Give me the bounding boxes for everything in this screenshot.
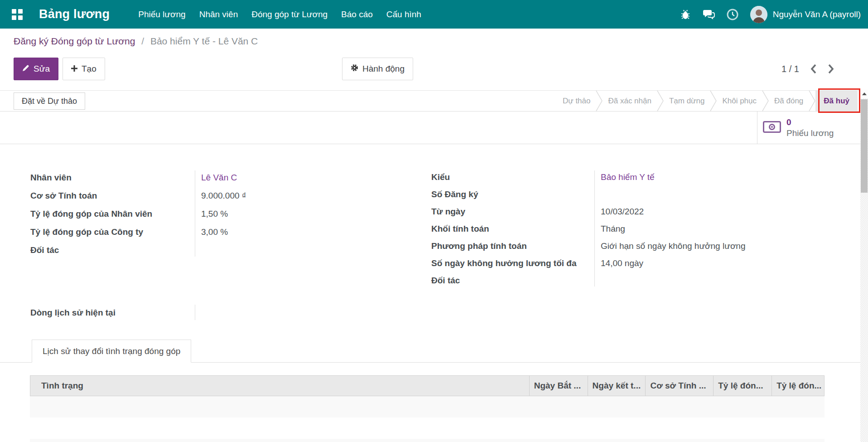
banknote-icon [763,121,781,135]
field-value-ty-le-cong-ty: 3,00 % [195,223,329,241]
create-button[interactable]: Tạo [63,58,105,80]
field-group-left: Nhân viên Lê Văn C Cơ sở Tính toán 9.000… [30,169,329,259]
chat-icon[interactable] [703,9,715,20]
field-value-so-dang-ky [594,186,767,203]
field-value-phuong-phap: Giới hạn số ngày không hưởng lương [594,238,767,255]
pencil-icon [22,64,29,74]
field-label-ty-le-nhan-vien: Tỷ lệ đóng góp của Nhân viên [30,205,195,223]
scroll-up-icon[interactable] [860,89,868,98]
main-menu: Phiếu lương Nhân viên Đóng góp từ Lương … [131,0,428,29]
menu-item-nhan-vien[interactable]: Nhân viên [193,0,245,29]
group-divider [195,305,195,320]
field-label-co-so-tinh-toan: Cơ sở Tính toán [30,187,195,205]
chevron-left-icon[interactable] [810,64,817,74]
scrollbar-thumb[interactable] [861,99,868,193]
step-separator-icon [596,91,603,111]
field-value-co-so-tinh-toan: 9.000.000 ₫ [195,187,329,205]
field-label-so-dang-ky: Số Đăng ký [431,186,594,203]
field-value-doi-tac-right [594,272,767,289]
field-label-doi-tac-right: Đối tác [431,272,594,289]
status-step-khoi-phuc[interactable]: Khôi phục [717,91,762,111]
group-divider [594,170,595,287]
field-label-tu-ngay: Từ ngày [431,203,594,220]
apps-grid-icon[interactable] [12,9,23,20]
tab-lich-su-thay-doi[interactable]: Lịch sử thay đổi tình trạng đóng góp [32,340,191,363]
action-menu-button[interactable]: Hành động [342,58,413,80]
navbar-right: Nguyễn Văn A (payroll) [680,0,861,29]
menu-item-bao-cao[interactable]: Báo cáo [334,0,380,29]
table-header-row: Tình trạng Ngày Bắt ... Ngày kết t... Cơ… [30,375,825,396]
field-value-nhan-vien[interactable]: Lê Văn C [195,169,329,187]
field-label-khoi-tinh-toan: Khối tính toán [431,220,594,238]
field-value-ty-le-nhan-vien: 1,50 % [195,205,329,223]
field-group-right: Kiểu Bảo hiểm Y tế Số Đăng ký Từ ngày 10… [431,169,767,289]
stat-divider [757,112,757,144]
field-label-nhan-vien: Nhân viên [30,169,195,187]
gear-icon [351,64,358,74]
notebook-tabs: Lịch sử thay đổi tình trạng đóng góp [0,340,860,363]
plus-icon [71,64,77,74]
col-tinh-trang[interactable]: Tình trạng [30,376,529,396]
top-navbar: Bảng lương Phiếu lương Nhân viên Đóng gó… [0,0,868,29]
history-table: Tình trạng Ngày Bắt ... Ngày kết t... Cơ… [30,375,825,442]
control-buttons: Sửa Tạo [14,58,105,80]
step-separator-icon [710,91,717,111]
breadcrumb-parent-link[interactable]: Đăng ký Đóng góp từ Lương [14,36,135,46]
clock-icon[interactable] [727,9,738,20]
page: Bảng lương Phiếu lương Nhân viên Đóng gó… [0,0,868,442]
menu-item-dong-gop[interactable]: Đóng góp từ Lương [245,0,334,29]
menu-item-cau-hinh[interactable]: Cấu hình [380,0,428,29]
status-step-da-huy[interactable]: Đã huỷ [815,91,858,111]
table-row [30,396,825,418]
field-value-doi-tac-left [195,241,329,259]
group-divider [195,170,195,257]
payslips-stat-button[interactable]: 0 Phiếu lương [763,112,849,144]
col-ty-le-1[interactable]: Tỷ lệ đón... [713,376,772,396]
col-ngay-bat-dau[interactable]: Ngày Bắt ... [529,376,588,396]
breadcrumb-current: Bảo hiểm Y tế - Lê Văn C [150,36,258,46]
col-co-so-tinh[interactable]: Cơ sở Tính ... [645,376,713,396]
history-line-group: Dòng lịch sử hiện tại [30,303,329,323]
field-label-dong-lich-su: Dòng lịch sử hiện tại [30,303,195,323]
statusbar: Đặt về Dự thảo Dự thảo Đã xác nhận Tạm d… [0,90,860,112]
vertical-scrollbar[interactable] [860,89,868,442]
bug-icon[interactable] [680,9,691,20]
field-value-so-ngay-toi-da: 14,00 ngày [594,255,767,272]
field-value-kieu[interactable]: Bảo hiểm Y tế [594,169,767,186]
status-steps: Dự thảo Đã xác nhận Tạm dừng Khôi phục Đ… [557,91,858,111]
stat-button-row: 0 Phiếu lương [0,112,860,144]
field-label-phuong-phap: Phương pháp tính toán [431,238,594,255]
breadcrumb: Đăng ký Đóng góp từ Lương / Bảo hiểm Y t… [14,36,258,47]
app-brand[interactable]: Bảng lương [39,7,110,21]
edit-button[interactable]: Sửa [14,58,58,80]
status-step-da-dong[interactable]: Đã đóng [769,91,809,111]
chevron-right-icon[interactable] [828,64,834,74]
status-step-da-xac-nhan[interactable]: Đã xác nhận [603,91,656,111]
breadcrumb-separator: / [141,36,144,46]
field-label-ty-le-cong-ty: Tỷ lệ đóng góp của Công ty [30,223,195,241]
step-separator-icon [657,91,664,111]
user-name[interactable]: Nguyễn Văn A (payroll) [773,10,861,19]
payslip-label: Phiếu lương [786,128,834,139]
col-ngay-ket-thuc[interactable]: Ngày kết t... [588,376,646,396]
payslip-count: 0 [786,117,834,128]
field-value-tu-ngay: 10/03/2022 [594,203,767,220]
pager: 1 / 1 [781,58,834,80]
field-value-khoi-tinh-toan: Tháng [594,220,767,238]
step-separator-icon [762,91,769,111]
field-label-so-ngay-toi-da: Số ngày không hưởng lương tối đa [431,255,594,272]
field-value-dong-lich-su [195,303,329,323]
col-ty-le-2[interactable]: Tỷ lệ đón... [772,376,824,396]
status-step-tam-dung[interactable]: Tạm dừng [664,91,710,111]
set-to-draft-button[interactable]: Đặt về Dự thảo [14,92,85,110]
avatar[interactable] [750,6,767,23]
pager-count: 1 / 1 [781,64,799,74]
menu-item-phieu-luong[interactable]: Phiếu lương [131,0,192,29]
table-row [30,439,825,442]
field-label-kieu: Kiểu [431,169,594,186]
status-step-du-thao[interactable]: Dự thảo [557,91,596,111]
step-separator-icon [809,91,815,111]
field-label-doi-tac-left: Đối tác [30,241,195,259]
table-row [30,418,825,439]
